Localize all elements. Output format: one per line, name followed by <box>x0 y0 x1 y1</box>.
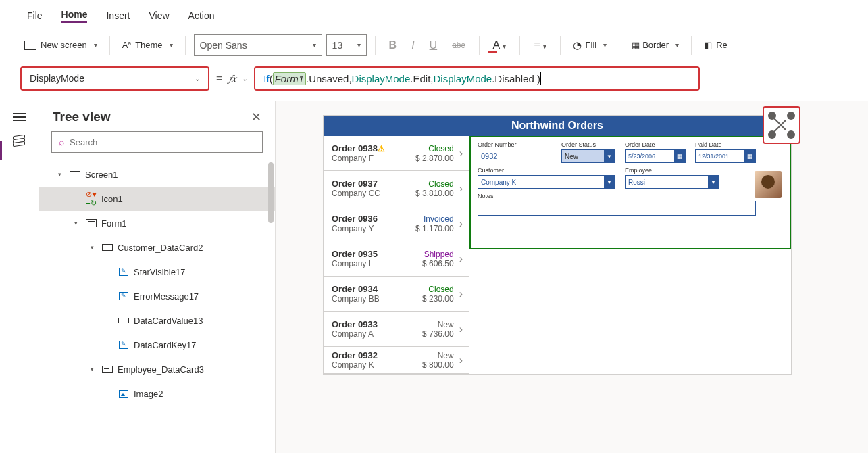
label-order-date: Order Date <box>625 141 686 148</box>
order-status: Shipped <box>422 249 454 259</box>
tree-item-label: Icon1 <box>101 194 123 204</box>
font-color-button[interactable]: A▾ <box>488 39 512 51</box>
special-icon: ⊘♥+↻ <box>85 190 97 208</box>
menu-view[interactable]: View <box>149 10 169 21</box>
fx-button[interactable]: 𝑓𝑥⌄ <box>229 72 247 85</box>
tree-item-icon1[interactable]: ⊘♥+↻Icon1 <box>39 187 275 211</box>
order-amount: $ 606.50 <box>422 259 454 268</box>
label-notes: Notes <box>478 193 756 199</box>
employee-avatar <box>755 171 782 198</box>
formula-bar: DisplayMode ⌄ = 𝑓𝑥⌄ If ( Form1 .Unsaved,… <box>0 62 868 101</box>
fill-button[interactable]: ◔ Fill ▾ <box>569 37 611 54</box>
expander-icon[interactable]: ▾ <box>58 171 65 178</box>
menu-file[interactable]: File <box>27 10 43 21</box>
strike-button[interactable]: abc <box>446 41 470 50</box>
tree-item-screen1[interactable]: ▾Screen1 <box>39 162 275 187</box>
order-row[interactable]: Order 0933Company ANew$ 736.00› <box>324 312 469 347</box>
tree-item-employee_datacard3[interactable]: ▾Employee_DataCard3 <box>39 357 275 381</box>
order-status: New <box>422 351 454 360</box>
font-name-select[interactable]: Open Sans ▾ <box>194 34 322 56</box>
field-order-number[interactable]: 0932 <box>478 149 552 163</box>
label-customer: Customer <box>478 167 615 174</box>
label-paid-date: Paid Date <box>695 141 756 148</box>
chevron-right-icon: › <box>459 218 463 230</box>
tree-item-starvisible17[interactable]: StarVisible17 <box>39 260 275 284</box>
field-customer[interactable]: Company K▼ <box>478 175 615 189</box>
chevron-right-icon: › <box>459 354 463 366</box>
order-number: Order 0934 <box>332 284 422 294</box>
order-row[interactable]: Order 0936Company YInvoiced$ 1,170.00› <box>324 206 469 241</box>
company-name: Company K <box>332 360 422 370</box>
chevron-down-icon: ▾ <box>94 41 97 49</box>
order-row[interactable]: Order 0938⚠Company FClosed$ 2,870.00› <box>324 136 469 171</box>
order-number: Order 0936 <box>332 214 415 224</box>
expander-icon[interactable]: ▾ <box>91 244 97 251</box>
tree-item-customer_datacard2[interactable]: ▾Customer_DataCard2 <box>39 235 275 260</box>
order-row[interactable]: Order 0937Company CCClosed$ 3,810.00› <box>324 171 469 206</box>
reorder-button[interactable]: ◧ Re <box>700 37 732 53</box>
theme-button[interactable]: Aª Theme ▾ <box>118 37 177 53</box>
menu-insert[interactable]: Insert <box>106 10 130 21</box>
label-order-number: Order Number <box>478 141 552 148</box>
field-paid-date[interactable]: 12/31/2001▦ <box>695 149 756 163</box>
tree-item-label: Customer_DataCard2 <box>118 243 203 253</box>
order-status: Closed <box>415 144 454 153</box>
bold-button[interactable]: B <box>384 39 403 51</box>
italic-button[interactable]: I <box>406 39 419 51</box>
tree-item-form1[interactable]: ▾Form1 <box>39 211 275 235</box>
align-button[interactable]: ≡▾ <box>528 39 551 51</box>
equals-sign: = <box>216 72 222 85</box>
reorder-label: Re <box>716 40 727 50</box>
order-row[interactable]: Order 0932Company KNew$ 800.00› <box>324 347 469 374</box>
tree-view-panel: Tree view ✕ ⌕ ▾Screen1⊘♥+↻Icon1▾Form1▾Cu… <box>39 101 276 453</box>
menu-home[interactable]: Home <box>61 9 88 23</box>
hamburger-icon[interactable] <box>13 111 26 122</box>
tree-item-datacardkey17[interactable]: DataCardKey17 <box>39 333 275 357</box>
order-gallery[interactable]: Order 0938⚠Company FClosed$ 2,870.00›Ord… <box>324 136 469 374</box>
company-name: Company A <box>332 329 422 339</box>
new-screen-button[interactable]: New screen ▾ <box>20 37 101 53</box>
search-input[interactable] <box>70 137 255 147</box>
field-notes[interactable] <box>478 201 756 216</box>
font-size-select[interactable]: 13 ▾ <box>326 34 367 56</box>
field-employee[interactable]: Rossi▼ <box>625 175 719 189</box>
company-name: Company I <box>332 259 422 268</box>
order-status: Closed <box>415 179 454 189</box>
menu-action[interactable]: Action <box>188 10 215 21</box>
close-icon[interactable]: ✕ <box>251 110 261 124</box>
underline-button[interactable]: U <box>424 39 443 51</box>
tree-item-label: Image2 <box>134 389 163 399</box>
tree-search[interactable]: ⌕ <box>51 131 263 153</box>
order-row[interactable]: Order 0935Company IShipped$ 606.50› <box>324 241 469 277</box>
warning-icon: ⚠ <box>378 144 385 153</box>
label-order-status: Order Status <box>561 141 615 148</box>
order-status: Closed <box>422 285 454 294</box>
company-name: Company Y <box>332 224 415 233</box>
formula-input[interactable]: If ( Form1 .Unsaved, DisplayMode .Edit, … <box>254 66 700 91</box>
selected-icon-control[interactable] <box>763 106 800 144</box>
property-selector[interactable]: DisplayMode ⌄ <box>20 66 209 91</box>
expander-icon[interactable]: ▾ <box>74 220 81 226</box>
scrollbar[interactable] <box>268 162 274 223</box>
chevron-down-icon: ▼ <box>604 150 615 162</box>
tree-view-icon[interactable] <box>13 135 26 146</box>
order-amount: $ 230.00 <box>422 294 454 304</box>
form-panel: Order Number 0932 Order Status New▼ Orde… <box>469 136 791 249</box>
app-preview: Northwind Orders Order 0938⚠Company FClo… <box>323 115 792 375</box>
order-amount: $ 2,870.00 <box>415 153 454 163</box>
tree-item-label: StarVisible17 <box>134 267 185 277</box>
font-size-value: 13 <box>332 40 343 51</box>
field-order-status[interactable]: New▼ <box>561 149 615 163</box>
card-icon <box>101 366 113 373</box>
border-button[interactable]: ▦ Border ▾ <box>628 37 683 53</box>
canvas[interactable]: Northwind Orders Order 0938⚠Company FClo… <box>276 101 868 453</box>
tree-item-errormessage17[interactable]: ErrorMessage17 <box>39 284 275 308</box>
order-number: Order 0938⚠ <box>332 143 415 153</box>
chevron-down-icon: ⌄ <box>195 75 200 82</box>
order-row[interactable]: Order 0934Company BBClosed$ 230.00› <box>324 277 469 312</box>
field-order-date[interactable]: 5/23/2006▦ <box>625 149 686 163</box>
tree-item-image2[interactable]: Image2 <box>39 381 275 406</box>
tree-item-datacardvalue13[interactable]: DataCardValue13 <box>39 308 275 333</box>
search-icon: ⌕ <box>59 137 64 147</box>
expander-icon[interactable]: ▾ <box>91 366 97 373</box>
